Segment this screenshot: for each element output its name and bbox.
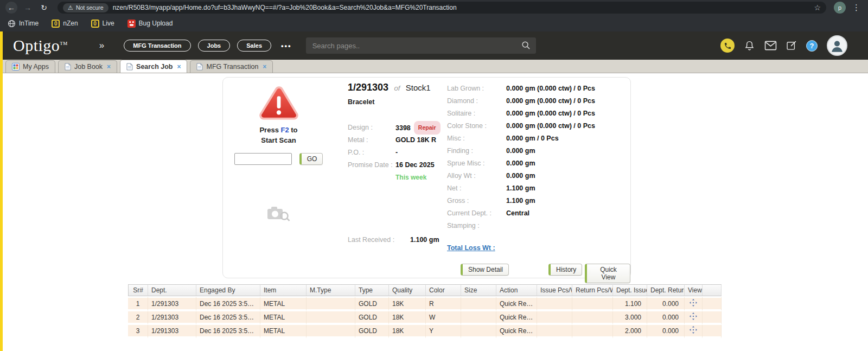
phone-icon[interactable] (720, 39, 735, 53)
more-nav-icon[interactable]: ••• (281, 42, 292, 50)
transactions-table: Sr# Dept. Engaged By Item M.Type Type Qu… (128, 284, 722, 339)
cell-mtype (307, 296, 355, 311)
weights-list: Lab Grown :0.000 gm (0.000 ctw) / 0 Pcs … (447, 82, 626, 232)
go-button[interactable]: GO (299, 153, 323, 165)
help-icon[interactable]: ? (806, 40, 818, 52)
cell-issue (537, 296, 572, 311)
page-icon (126, 63, 133, 71)
table-row[interactable]: 3 1/291303 Dec 16 2025 3:51PM () METAL G… (128, 325, 722, 339)
col-item[interactable]: Item (260, 284, 307, 296)
job-number: 1/291303 (348, 82, 388, 93)
total-loss-link[interactable]: Total Loss Wt : (447, 244, 495, 252)
cell-dept-issue: 3.000 (613, 311, 647, 325)
f2-key-label: F2 (280, 126, 289, 134)
weight-row: Lab Grown :0.000 gm (0.000 ctw) / 0 Pcs (447, 82, 626, 95)
cell-color: W (426, 311, 461, 325)
nav-jobs[interactable]: Jobs (198, 40, 231, 52)
page-search (306, 37, 536, 54)
col-sr[interactable]: Sr# (128, 284, 148, 296)
cell-action: Quick Repai... (496, 311, 537, 325)
cell-sr: 1 (128, 296, 148, 311)
cell-item: METAL (260, 296, 307, 311)
browser-menu-icon[interactable]: ⋮ (850, 3, 863, 12)
col-color[interactable]: Color (426, 284, 461, 296)
tab-label: My Apps (23, 63, 49, 71)
cell-view (685, 296, 703, 311)
nav-mfg-transaction[interactable]: MFG Transaction (124, 40, 190, 52)
bookmark-live[interactable]: 0 Live (91, 20, 114, 28)
optigo-logo[interactable]: OptigoTM (13, 36, 68, 55)
cell-quality: 18K (389, 325, 426, 339)
tab-mfg-transaction[interactable]: MFG Transaction × (190, 60, 273, 73)
table-row[interactable]: 1 1/291303 Dec 16 2025 3:51PM () METAL G… (128, 296, 722, 311)
mail-icon[interactable] (764, 41, 777, 50)
job-product: Bracelet (348, 98, 374, 106)
cell-action: Quick Repai... (496, 325, 537, 339)
forward-icon[interactable]: → (22, 2, 34, 14)
header-icons: ? (720, 35, 847, 56)
bookmark-nzen[interactable]: 0 nZen (52, 20, 78, 28)
move-view-icon[interactable] (690, 312, 697, 320)
weight-row: Misc :0.000 gm / 0 Pcs (447, 132, 626, 145)
cell-quality: 18K (389, 296, 426, 311)
col-action[interactable]: Action (496, 284, 537, 296)
col-engaged-by[interactable]: Engaged By (196, 284, 260, 296)
user-avatar[interactable] (827, 35, 847, 56)
job-title: 1/291303 of Stock1 (348, 82, 431, 93)
cell-type: GOLD (355, 296, 389, 311)
tab-job-book[interactable]: Job Book × (58, 60, 117, 73)
close-tab-icon[interactable]: × (263, 63, 266, 71)
col-return[interactable]: Return Pcs/Wt (572, 284, 613, 296)
browser-profile-avatar[interactable]: p (834, 2, 846, 14)
cell-return (572, 296, 613, 311)
close-tab-icon[interactable]: × (177, 63, 181, 71)
bookmark-star-icon[interactable]: ☆ (814, 3, 821, 12)
col-view[interactable]: View (685, 284, 703, 296)
compose-icon[interactable] (786, 40, 797, 51)
address-bar[interactable]: ⚠ Not secure nzen/R50B3/myapp/app/Home.d… (58, 2, 826, 14)
expand-chevron-icon[interactable]: » (99, 40, 104, 51)
cell-size (461, 311, 496, 325)
reload-icon[interactable]: ↻ (38, 2, 50, 14)
search-input[interactable] (306, 42, 536, 50)
tab-my-apps[interactable]: My Apps (5, 60, 55, 73)
close-tab-icon[interactable]: × (107, 63, 111, 71)
col-mtype[interactable]: M.Type (307, 284, 355, 296)
tab-search-job[interactable]: Search Job × (120, 60, 187, 73)
cell-view (685, 311, 703, 325)
tab-label: Search Job (136, 63, 173, 71)
move-view-icon[interactable] (690, 299, 697, 307)
show-detail-button[interactable]: Show Detail (461, 264, 509, 276)
camera-search-icon[interactable] (266, 204, 290, 221)
cell-size (461, 325, 496, 339)
back-icon[interactable]: ← (5, 2, 17, 14)
quick-view-button[interactable]: Quick View (585, 264, 630, 283)
page-icon (196, 63, 203, 71)
bookmark-bug-upload[interactable]: Bug Upload (127, 20, 173, 28)
scan-code-input[interactable] (234, 153, 292, 165)
url-text[interactable]: nzen/R50B3/myapp/app/Home.do?uf=b3JhaWwy… (113, 4, 810, 11)
cell-quality: 18K (389, 311, 426, 325)
nav-sales[interactable]: Sales (237, 40, 271, 52)
search-icon[interactable] (521, 41, 531, 50)
history-button[interactable]: History (548, 264, 582, 276)
col-filler (703, 284, 722, 296)
weight-row: Color Stone :0.000 gm (0.000 ctw) / 0 Pc… (447, 120, 626, 132)
col-dept[interactable]: Dept. (148, 284, 196, 296)
bookmark-intime[interactable]: InTime (8, 20, 39, 28)
field-label: Last Received : (348, 236, 410, 244)
col-dept-return[interactable]: Dept. Return (647, 284, 685, 296)
not-secure-badge[interactable]: ⚠ Not secure (63, 3, 108, 12)
start-scan-line: Start Scan (228, 136, 329, 144)
warning-triangle-icon (258, 85, 299, 122)
cell-engaged-by: Dec 16 2025 3:51PM () (196, 325, 260, 339)
col-quality[interactable]: Quality (389, 284, 426, 296)
col-dept-issue[interactable]: Dept. Issue (613, 284, 647, 296)
col-issue[interactable]: Issue Pcs/Wt (537, 284, 572, 296)
move-view-icon[interactable] (690, 326, 697, 334)
cell-engaged-by: Dec 16 2025 3:51PM () (196, 296, 260, 311)
notifications-bell-icon[interactable] (744, 40, 755, 52)
table-row[interactable]: 2 1/291303 Dec 16 2025 3:51PM () METAL G… (128, 311, 722, 325)
col-size[interactable]: Size (461, 284, 496, 296)
col-type[interactable]: Type (355, 284, 389, 296)
